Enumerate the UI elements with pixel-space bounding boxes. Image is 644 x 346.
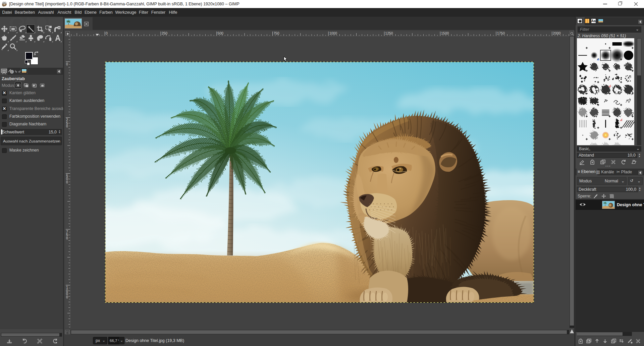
svg-text:1750: 1750 <box>497 31 505 35</box>
svg-text:2000: 2000 <box>553 31 561 35</box>
svg-text:0: 0 <box>66 180 68 184</box>
svg-text:1250: 1250 <box>385 31 393 35</box>
svg-text:0: 0 <box>106 31 108 35</box>
svg-text:0: 0 <box>66 295 68 299</box>
svg-text:i: i <box>11 70 12 73</box>
svg-text:1500: 1500 <box>441 31 449 35</box>
svg-text:1000: 1000 <box>329 31 337 35</box>
svg-text:0: 0 <box>66 124 68 128</box>
svg-text:750: 750 <box>273 31 279 35</box>
svg-text:500: 500 <box>217 31 223 35</box>
svg-text:0: 0 <box>66 236 68 240</box>
svg-text:250: 250 <box>162 31 168 35</box>
svg-text:0: 0 <box>66 62 68 66</box>
